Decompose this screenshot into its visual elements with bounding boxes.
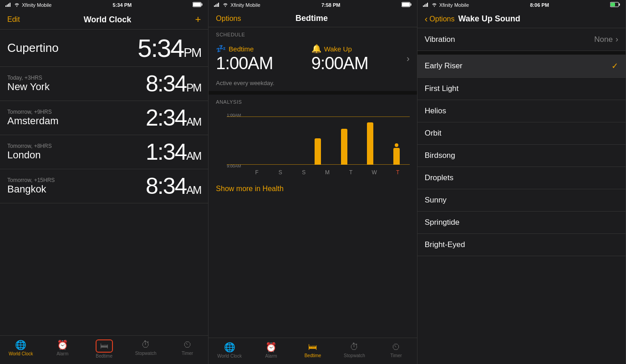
tab-world-clock-2[interactable]: 🌐 World Clock [209,340,250,360]
svg-rect-8 [215,5,216,7]
active-days: Active every weekday. [209,78,417,91]
sound-item-3[interactable]: Orbit [417,122,626,145]
carrier-name-2: Xfinity Mobile [230,2,260,8]
edit-button[interactable]: Edit [7,15,20,24]
clock-sub-amsterdam: Tomorrow, +9HRS [7,109,58,115]
tab-label-wc-2: World Clock [217,354,242,359]
stopwatch-icon-2: ⏱ [350,342,359,352]
status-right-2 [402,2,412,8]
bedtime-content: SCHEDULE 💤 Bedtime 1:00AM 🔔 Wake Up 9:00… [209,27,417,338]
tab-alarm-1[interactable]: ⏰ Alarm [41,338,83,360]
tab-label-bedtime-1: Bedtime [96,354,112,359]
tab-timer-2[interactable]: ⏲ Timer [375,340,417,360]
svg-rect-10 [218,3,219,7]
battery-icon-3 [610,2,620,8]
clock-item-amsterdam: Tomorrow, +9HRS Amsterdam 2:34AM [0,101,208,135]
svg-rect-5 [202,4,203,6]
clock-item-cupertino: Cupertino 5:34PM [0,30,208,67]
sound-item-6[interactable]: Sunny [417,189,626,212]
svg-rect-17 [427,3,428,7]
status-time-2: 7:58 PM [321,2,341,8]
tab-stopwatch-1[interactable]: ⏱ Stopwatch [125,338,166,360]
timer-icon-2: ⏲ [392,342,401,352]
tab-label-bedtime-2: Bedtime [305,353,321,358]
svg-rect-1 [7,5,8,7]
bell-icon: 🔔 [311,44,321,54]
clock-sub-london: Tomorrow, +8HRS [7,143,52,149]
chart-label-top: 1:00AM [227,113,241,117]
wakeup-item[interactable]: 🔔 Wake Up 9:00AM [311,44,407,73]
tab-stopwatch-2[interactable]: ⏱ Stopwatch [334,340,375,360]
sound-item-0[interactable]: Early Riser ✓ [417,55,626,78]
wakeup-sound-title: Wake Up Sound [458,14,520,24]
bedtime-title: Bedtime [295,14,328,23]
bar-T1 [341,116,347,165]
tab-bedtime-2[interactable]: 🛏 Bedtime [292,340,333,360]
options-button[interactable]: Options [216,15,241,23]
nav-bar-1: Edit World Clock + [0,10,208,30]
section-divider [209,91,417,95]
svg-rect-3 [10,3,10,7]
status-carrier-3: Xfinity Mobile [423,2,469,8]
tab-bedtime-1[interactable]: 🛏 Bedtime [83,338,125,360]
sound-name-6: Sunny [425,196,447,205]
svg-rect-2 [8,4,9,7]
day-F: F [252,169,261,176]
chevron-left-icon: ‹ [425,14,428,24]
status-right-1 [193,2,203,8]
battery-icon-2 [402,2,412,8]
signal-icon [5,2,12,8]
tab-timer-1[interactable]: ⏲ Timer [167,338,208,360]
sound-name-2: Helios [425,106,446,116]
alarm-icon-2: ⏰ [265,342,277,353]
day-W: W [370,169,379,176]
clock-city-bangkok: Bangkok [7,183,55,195]
tab-bar-1: 🌐 World Clock ⏰ Alarm 🛏 Bedtime ⏱ Stopwa… [0,335,208,364]
svg-rect-9 [217,4,218,7]
tab-world-clock-1[interactable]: 🌐 World Clock [0,338,41,360]
add-clock-button[interactable]: + [195,14,201,25]
clock-time-london: 1:34AM [146,139,201,165]
chart-label-bottom: 9:00AM [227,164,241,168]
globe-icon: 🌐 [15,339,26,350]
sound-name-1: First Light [425,84,459,93]
alarm-icon-1: ⏰ [57,339,68,350]
clock-time-cupertino: 5:34PM [137,33,201,63]
sound-item-2[interactable]: Helios [417,100,626,122]
panel-bedtime: Xfinity Mobile 7:58 PM Options Bedtime S… [209,0,417,364]
tab-alarm-2[interactable]: ⏰ Alarm [250,340,292,360]
sound-name-3: Orbit [425,129,442,138]
tab-label-alarm-2: Alarm [265,354,277,359]
svg-rect-0 [5,5,6,7]
sound-item-8[interactable]: Bright-Eyed [417,234,626,256]
health-link[interactable]: Show more in Health [209,179,417,198]
sound-item-1[interactable]: First Light [417,78,626,100]
svg-rect-13 [402,3,410,6]
vibration-item[interactable]: Vibration None › [417,28,626,51]
wakeup-nav: ‹ Options Wake Up Sound [417,10,626,28]
svg-rect-6 [193,3,201,6]
sound-item-5[interactable]: Droplets [417,167,626,189]
bedtime-icon-2: 🛏 [308,342,317,352]
back-button[interactable]: ‹ Options [425,14,455,24]
divider-2 [417,51,626,55]
sound-item-7[interactable]: Springtide [417,212,626,234]
wakeup-label: 🔔 Wake Up [311,44,407,54]
svg-rect-14 [423,5,424,7]
battery-icon-1 [193,2,203,8]
bar-T2 [393,116,400,165]
status-bar-1: Xfinity Mobile 5:34 PM [0,0,208,10]
day-T2: T [393,169,402,176]
bedtime-item[interactable]: 💤 Bedtime 1:00AM [216,44,311,73]
bar-M [315,116,321,165]
vibration-value: None › [594,35,618,44]
schedule-row: 💤 Bedtime 1:00AM 🔔 Wake Up 9:00AM › [209,39,417,78]
sound-item-4[interactable]: Birdsong [417,145,626,167]
bar-W [367,116,373,165]
bedtime-tab-box-1: 🛏 [96,339,113,353]
stopwatch-icon-1: ⏱ [141,339,150,350]
sound-name-7: Springtide [425,218,460,227]
sound-list: Vibration None › Early Riser ✓ First Lig… [417,28,626,364]
nav-bar-2: Options Bedtime [209,10,417,27]
chevron-right-icon: › [616,35,618,44]
